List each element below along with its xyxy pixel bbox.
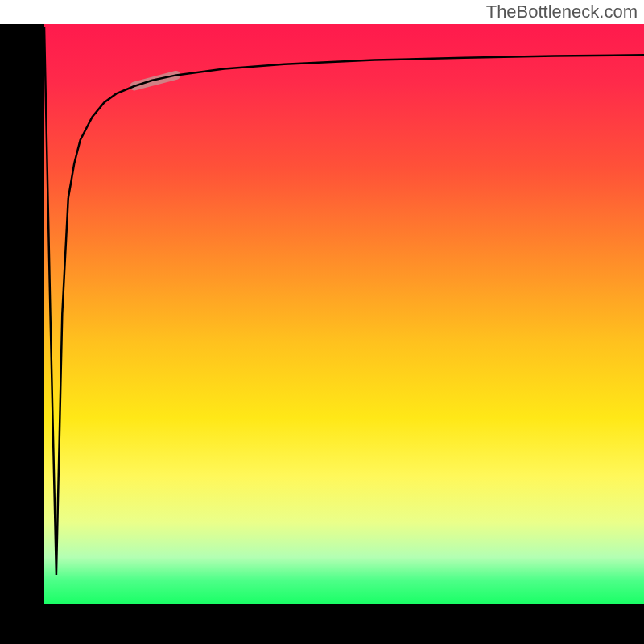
watermark-label: TheBottleneck.com bbox=[486, 2, 638, 23]
plot-frame bbox=[0, 24, 644, 644]
plot-area bbox=[44, 24, 644, 604]
dip-line bbox=[44, 27, 68, 575]
chart-container: TheBottleneck.com bbox=[0, 0, 644, 644]
curve-svg bbox=[44, 24, 644, 604]
